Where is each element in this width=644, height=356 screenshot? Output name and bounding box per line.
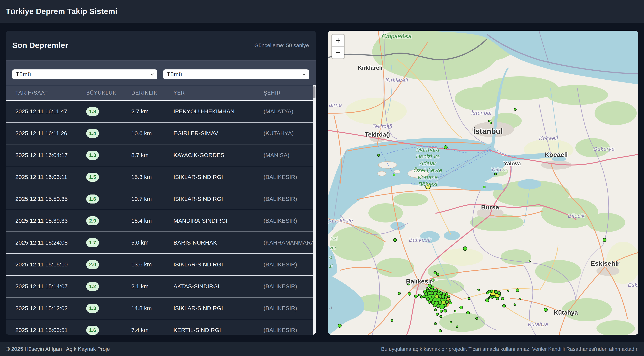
earthquake-marker[interactable] — [398, 292, 400, 295]
chevron-down-icon — [150, 72, 154, 77]
earthquake-marker[interactable] — [428, 301, 431, 303]
earthquake-marker[interactable] — [490, 290, 493, 292]
cell-magnitude: 1.7 — [86, 238, 131, 247]
earthquake-marker[interactable] — [490, 122, 492, 124]
earthquake-marker[interactable] — [440, 304, 445, 309]
earthquake-marker[interactable] — [544, 308, 548, 311]
cell-datetime: 2025.12.11 16:11:47 — [15, 108, 86, 115]
magnitude-badge: 2.0 — [86, 260, 99, 269]
table-row[interactable]: 2025.12.11 16:04:171.38.7 kmKAYACIK-GORD… — [6, 144, 313, 166]
cell-city: (BALIKESIR) — [264, 261, 313, 268]
earthquake-marker[interactable] — [493, 295, 496, 298]
table-row[interactable]: 2025.12.11 15:03:511.67.4 kmKERTIL-SINDI… — [6, 319, 313, 335]
earthquake-marker[interactable] — [483, 186, 485, 188]
earthquake-marker[interactable] — [456, 326, 458, 328]
earthquake-marker[interactable] — [450, 302, 452, 304]
chevron-down-icon — [302, 72, 306, 77]
earthquake-marker[interactable] — [439, 329, 442, 332]
map-label: Kocaeli — [539, 135, 558, 141]
zoom-in-button[interactable]: + — [332, 35, 344, 47]
earthquake-marker[interactable] — [468, 297, 470, 300]
earthquake-marker[interactable] — [478, 289, 480, 291]
earthquake-marker[interactable] — [508, 290, 509, 291]
earthquake-marker[interactable] — [460, 306, 463, 309]
earthquake-marker[interactable] — [433, 304, 436, 307]
earthquake-marker[interactable] — [440, 310, 442, 312]
earthquake-marker[interactable] — [499, 294, 501, 296]
table-scrollbar[interactable] — [313, 85, 316, 335]
earthquake-marker[interactable] — [463, 247, 467, 250]
earthquake-marker[interactable] — [502, 304, 506, 307]
table-row[interactable]: 2025.12.11 15:12:021.314.8 kmISIKLAR-SIN… — [6, 297, 313, 319]
earthquake-marker[interactable] — [414, 295, 418, 298]
earthquake-marker[interactable] — [436, 273, 439, 276]
earthquake-marker[interactable] — [514, 304, 516, 305]
map-label: Çanakkale — [328, 218, 353, 224]
magnitude-badge: 1.7 — [86, 238, 99, 247]
earthquake-marker[interactable] — [486, 299, 489, 302]
earthquake-marker[interactable] — [501, 297, 504, 300]
map-label: Balıkesir — [406, 278, 432, 285]
earthquake-marker[interactable] — [466, 311, 470, 314]
earthquake-marker[interactable] — [338, 324, 341, 327]
zoom-out-button[interactable]: − — [332, 47, 344, 59]
earthquake-marker[interactable] — [408, 292, 411, 295]
earthquake-marker[interactable] — [418, 294, 420, 296]
earthquake-marker[interactable] — [426, 298, 429, 301]
cell-depth: 8.7 km — [131, 152, 174, 158]
magnitude-filter-select[interactable]: Tümü — [12, 70, 157, 79]
earthquake-marker[interactable] — [494, 173, 496, 175]
earthquake-marker[interactable] — [450, 321, 452, 323]
earthquake-marker[interactable] — [423, 295, 425, 298]
earthquake-marker[interactable] — [394, 238, 396, 241]
table-row[interactable]: 2025.12.11 15:15:102.013.6 kmISIKLAR-SIN… — [6, 254, 313, 276]
earthquake-marker[interactable] — [454, 310, 456, 312]
panel-title: Son Depremler — [12, 31, 68, 60]
map[interactable]: СтранджаKırklareliKırklarelidirneTekirda… — [328, 31, 638, 335]
earthquake-marker[interactable] — [603, 238, 606, 242]
earthquake-marker[interactable] — [434, 271, 436, 274]
earthquake-marker[interactable] — [496, 297, 499, 300]
map-label: Kütahya — [528, 321, 548, 327]
earthquake-marker[interactable] — [488, 297, 490, 299]
earthquake-marker[interactable] — [440, 315, 442, 318]
earthquake-marker[interactable] — [446, 300, 448, 304]
earthquake-marker[interactable] — [529, 261, 530, 262]
magnitude-filter-value: Tümü — [16, 71, 31, 78]
cell-datetime: 2025.12.11 15:50:35 — [15, 196, 86, 202]
earthquake-marker[interactable] — [444, 309, 447, 312]
table-row[interactable]: 2025.12.11 16:11:471.82.7 kmIPEKYOLU-HEK… — [6, 101, 313, 123]
table-row[interactable]: 2025.12.11 15:50:351.610.7 kmISIKLAR-SIN… — [6, 188, 313, 210]
table-row[interactable]: 2025.12.11 16:11:261.410.6 kmEGIRLER-SIM… — [6, 123, 313, 144]
table-row[interactable]: 2025.12.11 16:03:111.515.3 kmISIKLAR-SIN… — [6, 166, 313, 188]
earthquake-marker[interactable] — [488, 120, 490, 122]
earthquake-marker[interactable] — [476, 317, 478, 319]
table-row[interactable]: 2025.12.11 15:14:071.22.1 kmAKTAS-SINDIR… — [6, 276, 313, 297]
magnitude-badge: 1.5 — [86, 173, 99, 182]
earthquake-marker[interactable] — [449, 300, 451, 302]
cell-magnitude: 1.8 — [86, 107, 131, 116]
cell-datetime: 2025.12.11 15:24:08 — [15, 239, 86, 246]
earthquake-marker[interactable] — [434, 322, 436, 325]
earthquake-marker[interactable] — [516, 289, 519, 292]
table-row[interactable]: 2025.12.11 15:39:332.915.4 kmMANDIRA-SIN… — [6, 210, 313, 232]
earthquake-marker[interactable] — [498, 291, 501, 295]
earthquake-marker[interactable] — [436, 313, 439, 315]
earthquake-marker[interactable] — [444, 304, 447, 307]
earthquake-marker[interactable] — [444, 146, 447, 149]
earthquake-marker[interactable] — [520, 298, 521, 300]
earthquake-marker[interactable] — [448, 295, 450, 298]
earthquake-marker[interactable] — [393, 174, 395, 176]
earthquake-marker[interactable] — [391, 319, 393, 321]
scrollbar-thumb[interactable] — [313, 86, 316, 98]
earthquake-marker[interactable] — [514, 108, 516, 111]
table-row[interactable]: 2025.12.11 15:24:081.75.0 kmBARIS-NURHAK… — [6, 232, 313, 254]
cell-depth: 5.0 km — [131, 239, 174, 246]
earthquake-marker[interactable] — [494, 290, 498, 293]
earthquake-marker[interactable] — [440, 292, 442, 294]
city-filter-select[interactable]: Tümü — [163, 70, 309, 79]
earthquake-marker[interactable] — [378, 154, 380, 157]
earthquake-marker[interactable] — [434, 309, 436, 311]
earthquake-marker[interactable] — [431, 286, 434, 289]
earthquake-marker[interactable] — [445, 292, 448, 295]
